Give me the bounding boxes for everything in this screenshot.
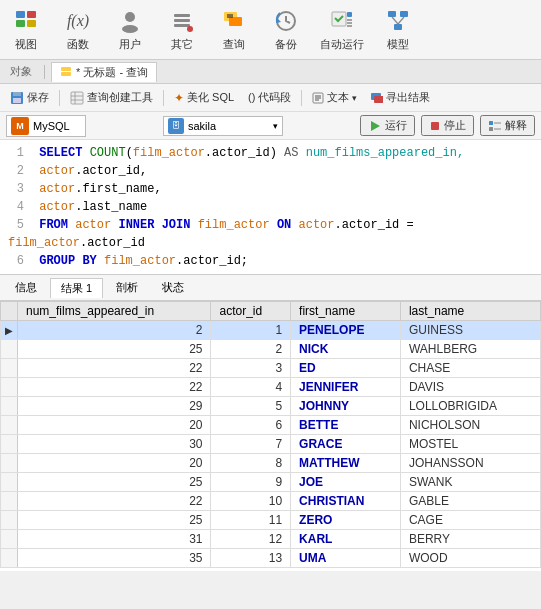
table-row[interactable]: 3112KARLBERRY	[1, 530, 541, 549]
svg-rect-40	[374, 96, 383, 103]
sep3	[301, 90, 302, 106]
cell-num-films: 25	[18, 340, 211, 359]
cell-num-films: 35	[18, 549, 211, 568]
col-num-films[interactable]: num_films_appeared_in	[18, 302, 211, 321]
toolbar-user[interactable]: 用户	[112, 7, 148, 52]
cell-last-name: LOLLOBRIGIDA	[400, 397, 540, 416]
cell-last-name: JOHANSSON	[400, 454, 540, 473]
svg-rect-3	[27, 20, 36, 27]
table-row[interactable]: 208MATTHEWJOHANSSON	[1, 454, 541, 473]
tab-profile[interactable]: 剖析	[105, 277, 149, 298]
result-table: num_films_appeared_in actor_id first_nam…	[0, 301, 541, 568]
cell-num-films: 29	[18, 397, 211, 416]
table-row[interactable]: 2511ZEROCAGE	[1, 511, 541, 530]
table-row[interactable]: 3513UMAWOOD	[1, 549, 541, 568]
explain-icon	[488, 119, 502, 133]
table-row[interactable]: 223EDCHASE	[1, 359, 541, 378]
sep2	[163, 90, 164, 106]
svg-rect-23	[394, 24, 402, 30]
cell-last-name: MOSTEL	[400, 435, 540, 454]
toolbar-backup[interactable]: 备份	[268, 7, 304, 52]
main-toolbar: 视图 f(x) 函数 用户 其它	[0, 0, 541, 60]
table-row[interactable]: ▶21PENELOPEGUINESS	[1, 321, 541, 340]
cell-num-films: 22	[18, 359, 211, 378]
cell-first-name: PENELOPE	[291, 321, 401, 340]
svg-marker-41	[371, 121, 380, 131]
run-button[interactable]: 运行	[360, 115, 415, 136]
col-actor-id[interactable]: actor_id	[211, 302, 291, 321]
data-table-wrap: num_films_appeared_in actor_id first_nam…	[0, 301, 541, 571]
svg-rect-30	[13, 98, 21, 103]
model-icon	[384, 7, 412, 35]
find-results-button[interactable]: 寻出结果	[367, 89, 434, 106]
toolbar-function-label: 函数	[67, 37, 89, 52]
code-segment-button[interactable]: () 代码段	[244, 89, 295, 106]
row-indicator	[1, 473, 18, 492]
database-select[interactable]: 🗄 sakila ▾	[163, 116, 283, 136]
explain-button[interactable]: 解释	[480, 115, 535, 136]
table-row[interactable]: 259JOESWANK	[1, 473, 541, 492]
sql-line-1: 1 SELECT COUNT(film_actor.actor_id) AS n…	[8, 144, 533, 162]
svg-rect-8	[174, 24, 190, 27]
svg-line-25	[398, 17, 404, 24]
svg-rect-7	[174, 14, 190, 17]
svg-rect-45	[489, 127, 493, 131]
cell-num-films: 30	[18, 435, 211, 454]
col-first-name[interactable]: first_name	[291, 302, 401, 321]
table-row[interactable]: 252NICKWAHLBERG	[1, 340, 541, 359]
db-bar: M MySQL 🗄 sakila ▾ 运行 停止 解释	[0, 112, 541, 140]
cell-first-name: NICK	[291, 340, 401, 359]
tab-status[interactable]: 状态	[151, 277, 195, 298]
cell-first-name: KARL	[291, 530, 401, 549]
toolbar-other[interactable]: 其它	[164, 7, 200, 52]
table-row[interactable]: 206BETTENICHOLSON	[1, 416, 541, 435]
cell-actor-id: 8	[211, 454, 291, 473]
row-indicator	[1, 454, 18, 473]
sql-line-4: 4 actor.last_name	[8, 198, 533, 216]
stop-button[interactable]: 停止	[421, 115, 474, 136]
cell-actor-id: 6	[211, 416, 291, 435]
svg-rect-31	[71, 92, 83, 104]
svg-rect-29	[13, 92, 21, 96]
toolbar-query[interactable]: 查询	[216, 7, 252, 52]
row-indicator: ▶	[1, 321, 18, 340]
cell-first-name: JENNIFER	[291, 378, 401, 397]
col-last-name[interactable]: last_name	[400, 302, 540, 321]
tab-result1[interactable]: 结果 1	[50, 278, 103, 298]
autorun-icon	[328, 7, 356, 35]
toolbar-model[interactable]: 模型	[380, 7, 416, 52]
active-tab[interactable]: * 无标题 - 查询	[51, 62, 157, 82]
cell-last-name: WAHLBERG	[400, 340, 540, 359]
query-builder-button[interactable]: 查询创建工具	[66, 89, 157, 106]
tab-info[interactable]: 信息	[4, 277, 48, 298]
row-indicator	[1, 511, 18, 530]
svg-rect-42	[431, 122, 439, 130]
sql-editor[interactable]: 1 SELECT COUNT(film_actor.actor_id) AS n…	[0, 140, 541, 275]
sql-line-3: 3 actor.first_name,	[8, 180, 533, 198]
svg-rect-1	[27, 11, 36, 18]
user-icon	[116, 7, 144, 35]
text-icon	[312, 92, 324, 104]
toolbar-autorun[interactable]: 自动运行	[320, 7, 364, 52]
database-label: sakila	[188, 120, 216, 132]
table-row[interactable]: 295JOHNNYLOLLOBRIGIDA	[1, 397, 541, 416]
table-row[interactable]: 307GRACEMOSTEL	[1, 435, 541, 454]
fx-icon: f(x)	[64, 7, 92, 35]
row-indicator	[1, 549, 18, 568]
beautify-button[interactable]: ✦ 美化 SQL	[170, 89, 238, 106]
engine-select[interactable]: M MySQL	[6, 115, 86, 137]
cell-last-name: WOOD	[400, 549, 540, 568]
save-button[interactable]: 保存	[6, 89, 53, 106]
toolbar-model-label: 模型	[387, 37, 409, 52]
cell-actor-id: 10	[211, 492, 291, 511]
svg-rect-27	[61, 72, 71, 76]
text-button[interactable]: 文本 ▾	[308, 89, 361, 106]
svg-rect-21	[388, 11, 396, 17]
cell-actor-id: 4	[211, 378, 291, 397]
cell-last-name: DAVIS	[400, 378, 540, 397]
toolbar-view[interactable]: 视图	[8, 7, 44, 52]
toolbar-function[interactable]: f(x) 函数	[60, 7, 96, 52]
run-icon	[368, 119, 382, 133]
table-row[interactable]: 2210CHRISTIANGABLE	[1, 492, 541, 511]
table-row[interactable]: 224JENNIFERDAVIS	[1, 378, 541, 397]
